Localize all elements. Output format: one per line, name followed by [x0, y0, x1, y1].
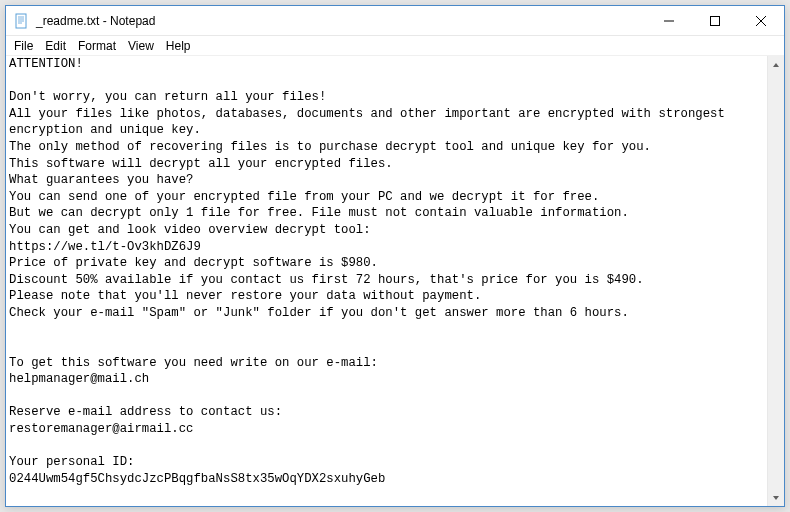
menu-file[interactable]: File: [8, 38, 39, 54]
vertical-scrollbar[interactable]: [767, 56, 784, 506]
menubar: File Edit Format View Help: [6, 36, 784, 56]
scroll-down-button[interactable]: [768, 489, 784, 506]
window-controls: [646, 6, 784, 35]
notepad-icon: [14, 13, 30, 29]
notepad-window: _readme.txt - Notepad File Edit Format V…: [5, 5, 785, 507]
menu-view[interactable]: View: [122, 38, 160, 54]
menu-help[interactable]: Help: [160, 38, 197, 54]
window-title: _readme.txt - Notepad: [36, 14, 646, 28]
menu-edit[interactable]: Edit: [39, 38, 72, 54]
close-button[interactable]: [738, 6, 784, 35]
maximize-button[interactable]: [692, 6, 738, 35]
minimize-button[interactable]: [646, 6, 692, 35]
menu-format[interactable]: Format: [72, 38, 122, 54]
content-area: ATTENTION! Don't worry, you can return a…: [6, 56, 784, 506]
scroll-track[interactable]: [768, 73, 784, 489]
scroll-up-button[interactable]: [768, 56, 784, 73]
text-content[interactable]: ATTENTION! Don't worry, you can return a…: [6, 56, 767, 506]
titlebar[interactable]: _readme.txt - Notepad: [6, 6, 784, 36]
svg-rect-6: [711, 16, 720, 25]
